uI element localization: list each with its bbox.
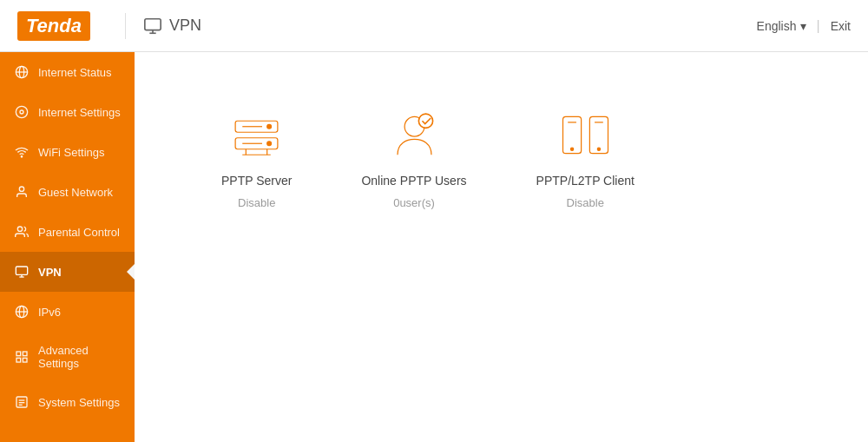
svg-point-6 <box>16 106 27 117</box>
header-divider <box>125 13 126 39</box>
svg-rect-20 <box>16 358 21 362</box>
svg-point-40 <box>597 148 600 150</box>
sidebar-item-internet-settings[interactable]: Internet Settings <box>0 92 135 132</box>
language-selector[interactable]: English ▾ <box>757 19 806 33</box>
sidebar-item-system-settings[interactable]: System Settings <box>0 382 135 422</box>
exit-button[interactable]: Exit <box>831 19 851 33</box>
list-icon <box>14 394 30 410</box>
pptp-l2tp-client-title: PPTP/L2TP Client <box>536 174 635 188</box>
vpn-title-icon <box>143 16 162 36</box>
sidebar-label-system-settings: System Settings <box>38 396 120 409</box>
svg-rect-11 <box>16 267 27 274</box>
online-pptp-users-status: 0user(s) <box>393 196 435 209</box>
sidebar-label-vpn: VPN <box>38 266 62 279</box>
sidebar-label-ipv6: IPv6 <box>38 306 61 319</box>
vpn-card-pptp-l2tp-client[interactable]: PPTP/L2TP Client Disable <box>536 104 635 209</box>
svg-point-10 <box>17 227 22 231</box>
svg-point-37 <box>570 148 573 150</box>
page-title: VPN <box>143 16 201 36</box>
sidebar-item-vpn[interactable]: VPN <box>0 252 135 292</box>
users-icon <box>14 224 30 240</box>
sidebar-label-advanced-settings: Advanced Settings <box>38 344 121 370</box>
sidebar-label-parental-control: Parental Control <box>38 226 120 239</box>
sidebar-item-parental-control[interactable]: Parental Control <box>0 212 135 252</box>
svg-point-28 <box>267 141 272 145</box>
pptp-l2tp-client-status: Disable <box>567 196 604 209</box>
svg-rect-17 <box>16 352 21 356</box>
svg-point-7 <box>20 110 23 114</box>
svg-point-9 <box>19 187 23 191</box>
sidebar-label-internet-settings: Internet Settings <box>38 106 121 119</box>
wifi-icon <box>14 144 30 160</box>
sidebar-item-internet-status[interactable]: Internet Status <box>0 52 135 92</box>
sidebar-label-wifi-settings: WiFi Settings <box>38 146 105 159</box>
svg-rect-0 <box>145 18 161 30</box>
grid-icon <box>14 349 30 365</box>
svg-rect-18 <box>23 352 27 356</box>
person-plus-icon <box>14 184 30 200</box>
globe-small-icon <box>14 304 30 320</box>
sidebar-label-internet-status: Internet Status <box>38 66 112 79</box>
server-icon <box>227 104 287 165</box>
sidebar-item-ipv6[interactable]: IPv6 <box>0 292 135 332</box>
main-content: PPTP Server Disable Online PPTP <box>135 52 868 442</box>
sidebar: Internet Status Internet Settings <box>0 52 135 442</box>
svg-rect-19 <box>23 358 27 362</box>
svg-point-35 <box>418 114 432 128</box>
tablet-icon <box>555 104 615 165</box>
vpn-cards-container: PPTP Server Disable Online PPTP <box>187 87 816 227</box>
language-label: English <box>757 19 797 33</box>
pptp-server-status: Disable <box>238 196 275 209</box>
vpn-card-pptp-server[interactable]: PPTP Server Disable <box>221 104 292 209</box>
pptp-server-title: PPTP Server <box>221 174 292 188</box>
online-pptp-users-title: Online PPTP Users <box>361 174 466 188</box>
svg-point-8 <box>21 156 22 157</box>
settings-circle-icon <box>14 104 30 120</box>
sidebar-item-wifi-settings[interactable]: WiFi Settings <box>0 132 135 172</box>
vpn-card-online-pptp-users[interactable]: Online PPTP Users 0user(s) <box>361 104 466 209</box>
header-separator: | <box>817 18 820 34</box>
page-title-text: VPN <box>169 16 201 35</box>
main-layout: Internet Status Internet Settings <box>0 52 868 442</box>
dropdown-arrow-icon: ▾ <box>800 19 806 33</box>
sidebar-item-advanced-settings[interactable]: Advanced Settings <box>0 332 135 382</box>
logo: Tenda <box>17 11 90 41</box>
globe-icon <box>14 64 30 80</box>
sidebar-item-guest-network[interactable]: Guest Network <box>0 172 135 212</box>
user-check-icon <box>384 104 444 165</box>
svg-point-27 <box>267 124 272 129</box>
vpn-icon <box>14 264 30 280</box>
header: Tenda VPN English ▾ | Exit <box>0 0 868 52</box>
header-right: English ▾ | Exit <box>757 18 851 34</box>
sidebar-label-guest-network: Guest Network <box>38 186 113 199</box>
